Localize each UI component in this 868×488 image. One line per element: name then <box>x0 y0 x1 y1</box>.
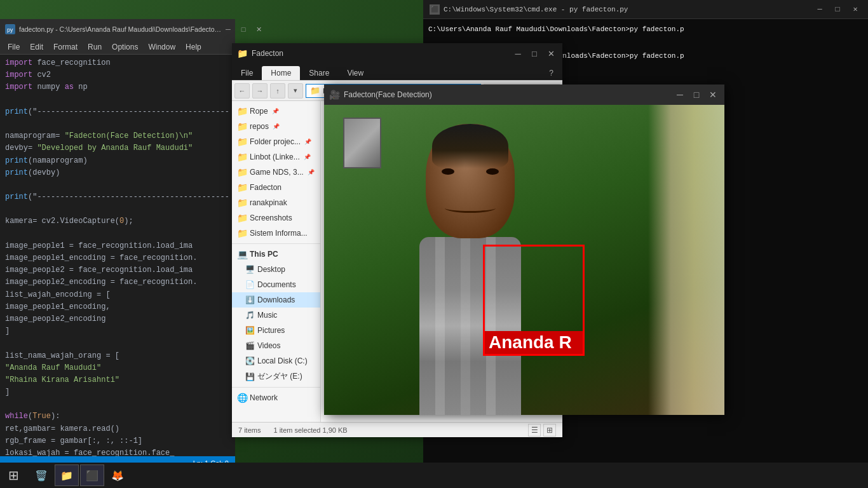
taskbar-file-explorer[interactable]: 📁 <box>55 464 79 486</box>
editor-controls: ─ □ ✕ <box>222 24 264 35</box>
downloads-icon: ⬇️ <box>245 295 255 305</box>
pictures-icon: 🖼️ <box>245 325 255 336</box>
sidebar-item-rope[interactable]: 📁 Rope 📌 <box>232 104 320 119</box>
explorer-statusbar: 7 items 1 item selected 1,90 KB ☰ ⊞ <box>232 422 562 437</box>
editor-minimize-button[interactable]: ─ <box>222 24 234 35</box>
sidebar-item-folder-projec[interactable]: 📁 Folder projec... 📌 <box>232 134 320 149</box>
sidebar-label: Music <box>257 311 277 320</box>
menu-edit[interactable]: Edit <box>25 39 48 54</box>
hair <box>432 124 508 168</box>
tab-file[interactable]: File <box>232 66 262 80</box>
sidebar-item-game-nds[interactable]: 📁 Game NDS, 3... 📌 <box>232 165 320 180</box>
sidebar-item-network[interactable]: 🌐 Network <box>232 390 320 405</box>
sidebar-label: Folder projec... <box>250 137 301 146</box>
folder-icon: 📁 <box>237 106 247 116</box>
taskbar-terminal[interactable]: ⬛ <box>80 464 104 486</box>
cmd-minimize-button[interactable]: ─ <box>813 3 826 16</box>
face-titlebar: 🎥 Fadecton(Face Detection) ─ □ ✕ <box>324 85 724 105</box>
forward-button[interactable]: → <box>252 83 268 98</box>
code-line: ] <box>5 325 230 337</box>
up-button[interactable]: ↑ <box>270 83 285 98</box>
explorer-close-button[interactable]: ✕ <box>545 47 557 60</box>
menu-file[interactable]: File <box>3 39 25 54</box>
taskbar-recycle-bin[interactable]: 🗑️ <box>29 464 53 486</box>
tab-share[interactable]: Share <box>300 66 338 80</box>
editor-window: py fadecton.py - C:\Users\Ananda Rauf Ma… <box>0 19 235 470</box>
explorer-ribbon: File Home Share View ? <box>232 64 562 81</box>
sidebar-item-music[interactable]: 🎵 Music <box>232 308 320 323</box>
this-pc-section: 💻 This PC 🖥️ Desktop 📄 Documents ⬇️ Down… <box>232 247 320 384</box>
sidebar-item-sistem[interactable]: 📁 Sistem Informa... <box>232 226 320 241</box>
editor-maximize-button[interactable]: □ <box>238 24 249 35</box>
taskbar-firefox[interactable]: 🦊 <box>105 464 130 486</box>
menu-window[interactable]: Window <box>143 39 180 54</box>
code-line: "Ananda Rauf Maududi" <box>5 362 230 374</box>
editor-title: fadecton.py - C:\Users\Ananda Rauf Maudu… <box>19 25 222 33</box>
cmd-maximize-button[interactable]: □ <box>831 3 844 16</box>
sidebar-label: repos <box>250 122 269 131</box>
view-list-button[interactable]: ☰ <box>528 424 541 437</box>
svg-text:py: py <box>7 27 13 33</box>
face-maximize-button[interactable]: □ <box>690 88 703 101</box>
sidebar-item-ranakpinak[interactable]: 📁 ranakpinak <box>232 195 320 210</box>
view-grid-button[interactable]: ⊞ <box>543 424 556 437</box>
sidebar-item-this-pc[interactable]: 💻 This PC <box>232 247 320 262</box>
menu-options[interactable]: Options <box>107 39 143 54</box>
face-close-button[interactable]: ✕ <box>707 88 719 101</box>
code-line: devby= "Developed by Ananda Rauf Maududi… <box>5 142 230 154</box>
code-line: kamera= cv2.VideoCapture(0); <box>5 215 230 227</box>
sidebar-item-documents[interactable]: 📄 Documents <box>232 277 320 292</box>
face-titlebar-left: 🎥 Fadecton(Face Detection) <box>329 90 432 100</box>
code-line: ] <box>5 386 230 398</box>
sidebar-label: Game NDS, 3... <box>250 168 304 177</box>
sidebar-item-pictures[interactable]: 🖼️ Pictures <box>232 323 320 338</box>
back-button[interactable]: ← <box>234 83 250 98</box>
sidebar-label: ゼンダヤ (E:) <box>257 371 302 382</box>
menu-help[interactable]: Help <box>180 39 207 54</box>
code-line: import numpy as np <box>5 81 230 93</box>
code-line: list_nama_wajah_orang = [ <box>5 350 230 362</box>
folder-icon: 📁 <box>237 121 247 132</box>
sidebar-item-drive-e[interactable]: 💾 ゼンダヤ (E:) <box>232 369 320 384</box>
recent-button[interactable]: ▾ <box>288 83 303 98</box>
code-line: image_people1 = face_recognition.load_im… <box>5 240 230 252</box>
sidebar-item-desktop[interactable]: 🖥️ Desktop <box>232 262 320 277</box>
head-shape <box>426 124 515 238</box>
explorer-titlebar: 📁 Fadecton ─ □ ✕ <box>232 43 562 64</box>
cmd-line-1: C:\Users\Ananda Rauf Maududi\Downloads\F… <box>428 24 863 35</box>
sidebar-label: Local Disk (C:) <box>257 356 308 365</box>
face-camera-feed: Ananda R <box>324 105 724 415</box>
sidebar-item-videos[interactable]: 🎬 Videos <box>232 338 320 353</box>
sidebar-label: Pictures <box>257 326 285 335</box>
editor-close-button[interactable]: ✕ <box>253 24 264 35</box>
sidebar-item-repos[interactable]: 📁 repos 📌 <box>232 119 320 134</box>
menu-format[interactable]: Format <box>48 39 83 54</box>
menu-run[interactable]: Run <box>83 39 107 54</box>
sidebar-item-screenshots[interactable]: 📁 Screenshots <box>232 210 320 226</box>
sidebar-item-downloads[interactable]: ⬇️ Downloads <box>232 292 320 308</box>
tab-help[interactable]: ? <box>540 66 562 80</box>
tab-home[interactable]: Home <box>262 66 300 80</box>
folder-icon: 📁 <box>237 213 247 223</box>
code-line <box>5 398 230 410</box>
sidebar-item-local-disk-c[interactable]: 💽 Local Disk (C:) <box>232 353 320 369</box>
sidebar-label: Network <box>250 393 278 402</box>
disk-icon: 💽 <box>245 356 255 366</box>
cmd-close-button[interactable]: ✕ <box>849 3 862 16</box>
folder-icon: 📁 <box>237 137 247 147</box>
explorer-maximize-button[interactable]: □ <box>528 47 541 60</box>
network-icon: 🌐 <box>237 393 247 403</box>
code-line: "Rhaina Kirana Arisahnti" <box>5 374 230 386</box>
tab-view[interactable]: View <box>338 66 372 80</box>
curtain <box>648 105 724 415</box>
person-head-area <box>426 124 521 245</box>
sidebar-label: Downloads <box>257 295 295 304</box>
sidebar-item-linbot[interactable]: 📁 Linbot (Linke... 📌 <box>232 149 320 165</box>
code-line <box>5 228 230 240</box>
face-minimize-button[interactable]: ─ <box>674 88 686 101</box>
sidebar-item-fadecton[interactable]: 📁 Fadecton <box>232 180 320 195</box>
explorer-minimize-button[interactable]: ─ <box>512 47 524 60</box>
cmd-titlebar-left: ⬛ C:\Windows\System32\cmd.exe - py fadec… <box>430 4 628 15</box>
code-line: image_people1_encoding = face_recognitio… <box>5 252 230 264</box>
folder-icon: 📁 <box>237 167 247 177</box>
